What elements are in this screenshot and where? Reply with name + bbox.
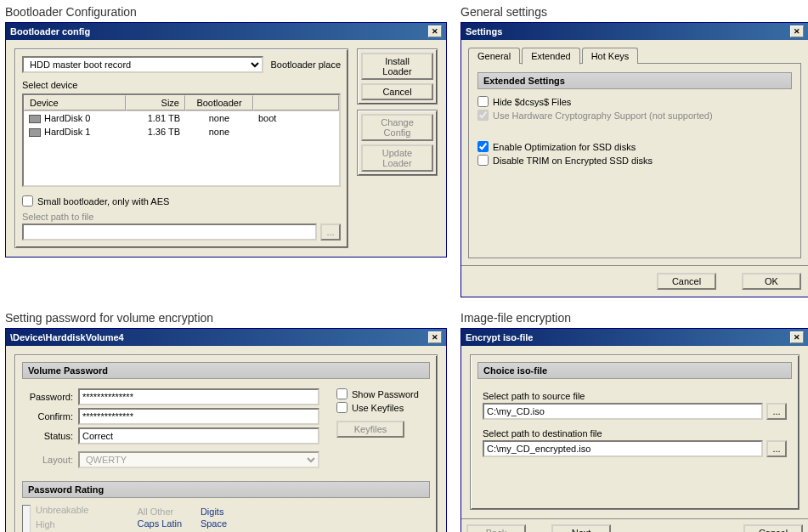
- change-config-button: Change Config: [361, 114, 433, 141]
- window-title: Bootloader config: [10, 26, 90, 37]
- browse-src-button[interactable]: ...: [766, 403, 787, 420]
- select-device-label: Select device: [22, 80, 341, 90]
- close-icon[interactable]: ✕: [790, 25, 804, 37]
- path-label: Select path to file: [22, 212, 341, 222]
- bootloader-window: Bootloader config ✕ HDD master boot reco…: [5, 22, 447, 258]
- section-title-password: Setting password for volume encryption: [5, 311, 447, 325]
- show-password-label: Show Password: [352, 389, 419, 399]
- keyfiles-button: Keyfiles: [336, 421, 404, 438]
- password-rating-header: Password Rating: [22, 481, 430, 498]
- update-loader-button: Update Loader: [361, 144, 433, 172]
- next-button[interactable]: Next: [551, 524, 611, 532]
- rating-bar: [22, 505, 31, 532]
- cat-caps-latin: Caps Latin: [137, 518, 183, 529]
- dst-path-input[interactable]: [483, 440, 763, 457]
- layout-select: QWERTY: [78, 451, 319, 468]
- ssd-opt-checkbox[interactable]: [477, 141, 489, 152]
- src-path-input[interactable]: [483, 403, 763, 420]
- show-password-checkbox[interactable]: [336, 388, 347, 399]
- layout-label: Layout:: [22, 455, 73, 465]
- password-label: Password:: [22, 392, 73, 402]
- cancel-button[interactable]: Cancel: [657, 273, 716, 290]
- col-bootloader[interactable]: Bootloader: [185, 95, 253, 110]
- dst-label: Select path to destination file: [483, 428, 787, 439]
- status-label: Status:: [22, 431, 73, 441]
- disable-trim-checkbox[interactable]: [477, 155, 489, 166]
- install-loader-button[interactable]: Install Loader: [361, 53, 433, 80]
- browse-dst-button[interactable]: ...: [766, 440, 787, 457]
- password-window: \Device\HarddiskVolume4 ✕ Volume Passwor…: [5, 328, 447, 532]
- window-title: \Device\HarddiskVolume4: [10, 332, 124, 342]
- window-title: Settings: [466, 26, 502, 37]
- hw-crypto-checkbox: [477, 110, 489, 121]
- tab-extended[interactable]: Extended: [522, 48, 579, 65]
- close-icon[interactable]: ✕: [790, 331, 804, 343]
- back-button: Back: [466, 524, 526, 532]
- use-keyfiles-label: Use Keyfiles: [352, 403, 404, 413]
- titlebar-bootloader: Bootloader config ✕: [6, 23, 446, 40]
- hide-files-checkbox[interactable]: [477, 96, 489, 107]
- bootloader-place-label: Bootloader place: [270, 59, 341, 70]
- titlebar-password: \Device\HarddiskVolume4 ✕: [6, 329, 446, 346]
- close-icon[interactable]: ✕: [428, 331, 442, 343]
- cat-digits: Digits: [201, 507, 269, 517]
- tab-content-extended: Extended Settings Hide $dcsys$ Files Use…: [468, 63, 801, 258]
- disable-trim-label: Disable TRIM on Encrypted SSD disks: [493, 156, 653, 166]
- rating-labels: Unbreakable High Medium Low Trivially Br…: [36, 505, 111, 532]
- path-input: [22, 224, 317, 241]
- table-row[interactable]: HardDisk 1 1.36 TB none: [24, 125, 339, 139]
- hdd-icon: [29, 115, 41, 123]
- window-title: Encrypt iso-file: [466, 332, 533, 342]
- small-bootloader-label: Small bootloader, only with AES: [37, 196, 169, 207]
- table-row[interactable]: HardDisk 0 1.81 TB none boot: [24, 111, 339, 125]
- src-label: Select path to source file: [483, 391, 787, 401]
- section-title-bootloader: Bootloader Configuration: [5, 5, 447, 19]
- cat-space: Space: [201, 518, 269, 529]
- encrypt-iso-window: Encrypt iso-file ✕ Choice iso-file Selec…: [461, 328, 808, 532]
- ok-button[interactable]: OK: [742, 273, 801, 290]
- close-icon[interactable]: ✕: [428, 25, 442, 37]
- titlebar-settings: Settings ✕: [461, 23, 808, 40]
- cancel-button[interactable]: Cancel: [361, 83, 433, 100]
- tab-general[interactable]: General: [468, 48, 520, 64]
- ssd-opt-label: Enable Optimization for SSD disks: [493, 142, 636, 152]
- status-value: [78, 427, 319, 444]
- section-title-general: General settings: [461, 5, 808, 19]
- password-input[interactable]: [78, 388, 319, 405]
- confirm-label: Confirm:: [22, 411, 73, 422]
- confirm-input[interactable]: [78, 408, 319, 425]
- browse-button: ...: [320, 224, 341, 241]
- hide-files-label: Hide $dcsys$ Files: [493, 97, 571, 107]
- hw-crypto-label: Use Hardware Cryptography Support (not s…: [493, 110, 713, 121]
- col-size[interactable]: Size: [126, 95, 185, 110]
- use-keyfiles-checkbox[interactable]: [336, 402, 347, 413]
- hdd-icon: [29, 128, 41, 137]
- cancel-button[interactable]: Cancel: [743, 524, 803, 532]
- titlebar-encrypt: Encrypt iso-file ✕: [461, 329, 808, 346]
- col-device[interactable]: Device: [24, 95, 126, 110]
- device-table[interactable]: Device Size Bootloader HardDisk 0 1.81 T…: [22, 93, 341, 187]
- settings-window: Settings ✕ General Extended Hot Keys Ext…: [461, 22, 808, 297]
- bootloader-place-select[interactable]: HDD master boot record: [22, 56, 263, 73]
- choice-iso-header: Choice iso-file: [477, 362, 792, 379]
- extended-settings-header: Extended Settings: [477, 72, 792, 89]
- cat-all-other: All Other: [137, 507, 183, 517]
- small-bootloader-checkbox[interactable]: [22, 195, 33, 207]
- section-title-image: Image-file encryption: [461, 311, 808, 325]
- volume-password-header: Volume Password: [22, 362, 430, 379]
- tab-hotkeys[interactable]: Hot Keys: [582, 48, 639, 64]
